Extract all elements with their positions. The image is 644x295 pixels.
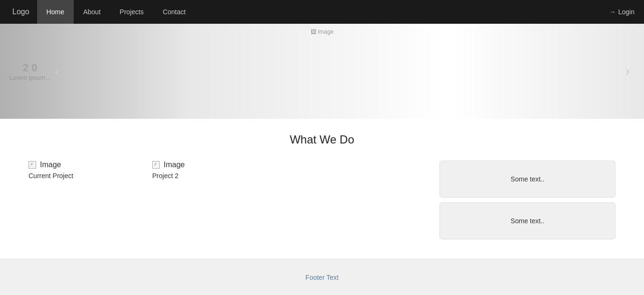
footer-text: Footer Text [305, 274, 339, 281]
text-box-2-content: Some text.. [511, 217, 545, 225]
nav-item-home[interactable]: Home [37, 0, 74, 24]
text-box-1: Some text.. [439, 161, 615, 198]
next-slide-button[interactable]: › [621, 59, 634, 84]
section-title: What We Do [10, 133, 634, 146]
lorem-text: Lorem ipsum... [10, 74, 50, 81]
slide-number: 2 0 [23, 62, 38, 74]
project-1-image-container: Image [29, 161, 61, 169]
what-we-do-section: What We Do Image Current Project Image P… [0, 119, 644, 258]
project-2: Image Project 2 [152, 161, 257, 181]
project-2-caption: Project 2 [152, 171, 178, 181]
navbar: Logo Home About Projects Contact → Login [0, 0, 644, 24]
nav-item-contact[interactable]: Contact [153, 0, 195, 24]
nav-item-projects[interactable]: Projects [110, 0, 154, 24]
project-1-broken-img [29, 161, 36, 169]
logo[interactable]: Logo [5, 8, 37, 16]
text-boxes: Some text.. Some text.. [439, 161, 615, 239]
prev-slide-button[interactable]: ‹ [50, 59, 64, 84]
text-box-2: Some text.. [439, 202, 615, 239]
hero-slider: 🖼 Image 2 0 Lorem ipsum... ‹ › [0, 24, 644, 119]
footer: Footer Text [0, 258, 644, 295]
hero-image: 🖼 Image [311, 29, 334, 35]
nav-item-about[interactable]: About [74, 0, 110, 24]
project-2-broken-img [152, 161, 160, 169]
project-1-image-label: Image [40, 161, 61, 169]
login-button[interactable]: → Login [605, 8, 639, 16]
text-box-1-content: Some text.. [511, 175, 545, 183]
wwd-content: Image Current Project Image Project 2 So… [10, 161, 634, 239]
hero-broken-img: 🖼 Image [311, 29, 334, 35]
nav-items: Home About Projects Contact [37, 0, 605, 24]
project-2-image-label: Image [164, 161, 185, 169]
project-1: Image Current Project [29, 161, 133, 181]
login-label: Login [618, 8, 634, 16]
project-1-caption: Current Project [29, 171, 73, 181]
hero-left-content: 2 0 Lorem ipsum... [10, 62, 50, 81]
project-2-image-container: Image [152, 161, 185, 169]
login-icon: → [609, 8, 616, 16]
